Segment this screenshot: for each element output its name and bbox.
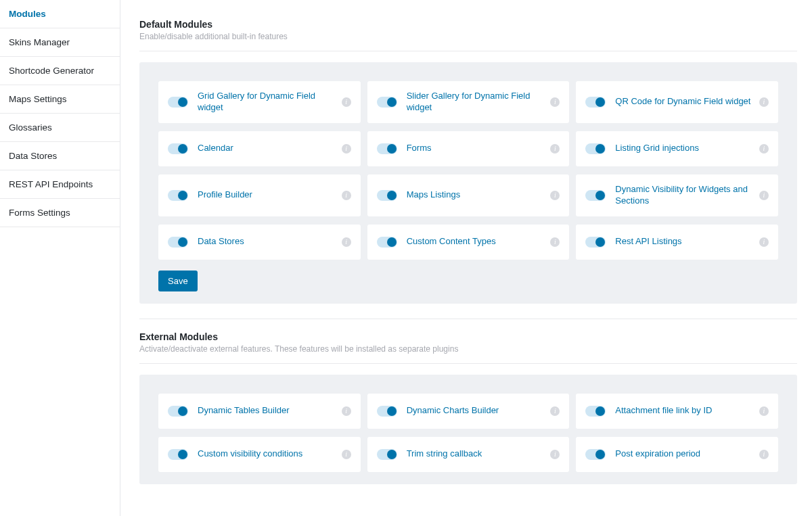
sidebar-item-maps-settings[interactable]: Maps Settings xyxy=(0,85,120,114)
info-icon[interactable]: i xyxy=(342,406,351,416)
sidebar-item-forms-settings[interactable]: Forms Settings xyxy=(0,199,120,227)
sidebar-item-shortcode-generator[interactable]: Shortcode Generator xyxy=(0,57,120,85)
module-card: Dynamic Visibility for Widgets and Secti… xyxy=(576,174,778,216)
main-content: Default Modules Enable/disable additiona… xyxy=(120,0,812,516)
module-card: Trim string callback i xyxy=(367,437,570,472)
module-card: Slider Gallery for Dynamic Field widget … xyxy=(367,81,570,123)
sidebar: Modules Skins Manager Shortcode Generato… xyxy=(0,0,120,516)
module-toggle[interactable] xyxy=(585,237,606,248)
module-card: QR Code for Dynamic Field widget i xyxy=(576,81,778,123)
info-icon[interactable]: i xyxy=(550,237,560,247)
external-modules-panel: Dynamic Tables Builder i Dynamic Charts … xyxy=(139,375,797,484)
module-label: Rest API Listings xyxy=(615,236,759,248)
module-label: Slider Gallery for Dynamic Field widget xyxy=(407,91,551,114)
info-icon[interactable]: i xyxy=(759,144,769,154)
sidebar-item-rest-api-endpoints[interactable]: REST API Endpoints xyxy=(0,170,120,199)
module-label: Listing Grid injections xyxy=(615,143,759,154)
module-toggle[interactable] xyxy=(585,406,606,417)
module-label: Attachment file link by ID xyxy=(615,405,759,417)
module-toggle[interactable] xyxy=(377,97,397,108)
module-label: Custom visibility conditions xyxy=(198,448,342,460)
info-icon[interactable]: i xyxy=(759,97,769,107)
sidebar-item-glossaries[interactable]: Glossaries xyxy=(0,114,120,142)
section-subtitle-default: Enable/disable additional built-in featu… xyxy=(139,32,797,41)
module-toggle[interactable] xyxy=(168,449,188,460)
module-card: Custom Content Types i xyxy=(367,225,570,260)
module-label: Calendar xyxy=(198,143,342,154)
module-toggle[interactable] xyxy=(168,406,188,417)
module-label: Trim string callback xyxy=(407,448,551,460)
section-title-external: External Modules xyxy=(139,331,797,342)
module-label: Forms xyxy=(407,143,551,154)
module-label: Post expiration period xyxy=(615,448,759,460)
module-card: Calendar i xyxy=(158,131,361,166)
module-toggle[interactable] xyxy=(377,406,397,417)
module-toggle[interactable] xyxy=(377,190,397,201)
sidebar-item-data-stores[interactable]: Data Stores xyxy=(0,142,120,170)
module-card: Rest API Listings i xyxy=(576,225,778,260)
module-card: Post expiration period i xyxy=(576,437,778,472)
module-toggle[interactable] xyxy=(585,449,606,460)
info-icon[interactable]: i xyxy=(759,406,769,416)
info-icon[interactable]: i xyxy=(342,191,351,200)
module-toggle[interactable] xyxy=(168,190,188,201)
module-label: Custom Content Types xyxy=(407,236,551,248)
info-icon[interactable]: i xyxy=(550,406,560,416)
info-icon[interactable]: i xyxy=(342,237,351,247)
module-card: Listing Grid injections i xyxy=(576,131,778,166)
info-icon[interactable]: i xyxy=(342,144,351,154)
module-card: Data Stores i xyxy=(158,225,361,260)
external-modules-grid: Dynamic Tables Builder i Dynamic Charts … xyxy=(158,394,778,472)
save-button[interactable]: Save xyxy=(158,271,198,291)
module-toggle[interactable] xyxy=(168,97,188,108)
module-toggle[interactable] xyxy=(585,97,606,108)
sidebar-item-skins-manager[interactable]: Skins Manager xyxy=(0,28,120,57)
section-external-modules: External Modules Activate/deactivate ext… xyxy=(139,331,797,484)
section-default-modules: Default Modules Enable/disable additiona… xyxy=(139,19,797,304)
info-icon[interactable]: i xyxy=(550,97,560,107)
module-label: Maps Listings xyxy=(407,189,551,201)
sidebar-item-modules[interactable]: Modules xyxy=(0,0,120,28)
module-card: Dynamic Tables Builder i xyxy=(158,394,361,429)
module-label: Dynamic Visibility for Widgets and Secti… xyxy=(615,184,759,207)
info-icon[interactable]: i xyxy=(759,237,769,247)
module-label: Dynamic Tables Builder xyxy=(198,405,342,417)
default-modules-panel: Grid Gallery for Dynamic Field widget i … xyxy=(139,62,797,304)
module-toggle[interactable] xyxy=(585,143,606,154)
module-label: QR Code for Dynamic Field widget xyxy=(615,96,759,108)
info-icon[interactable]: i xyxy=(759,450,769,459)
module-label: Data Stores xyxy=(198,236,342,248)
info-icon[interactable]: i xyxy=(342,450,351,459)
module-card: Forms i xyxy=(367,131,570,166)
divider xyxy=(139,51,797,51)
info-icon[interactable]: i xyxy=(550,144,560,154)
module-label: Dynamic Charts Builder xyxy=(407,405,551,417)
divider xyxy=(139,319,797,319)
module-toggle[interactable] xyxy=(377,449,397,460)
module-toggle[interactable] xyxy=(168,237,188,248)
info-icon[interactable]: i xyxy=(550,191,560,200)
module-card: Profile Builder i xyxy=(158,174,361,216)
module-label: Profile Builder xyxy=(198,189,342,201)
module-toggle[interactable] xyxy=(168,143,188,154)
module-toggle[interactable] xyxy=(585,190,606,201)
module-card: Grid Gallery for Dynamic Field widget i xyxy=(158,81,361,123)
module-card: Maps Listings i xyxy=(367,174,570,216)
module-toggle[interactable] xyxy=(377,143,397,154)
info-icon[interactable]: i xyxy=(342,97,351,107)
module-label: Grid Gallery for Dynamic Field widget xyxy=(198,91,342,114)
info-icon[interactable]: i xyxy=(550,450,560,459)
module-card: Dynamic Charts Builder i xyxy=(367,394,570,429)
info-icon[interactable]: i xyxy=(759,191,769,200)
module-toggle[interactable] xyxy=(377,237,397,248)
default-modules-grid: Grid Gallery for Dynamic Field widget i … xyxy=(158,81,778,260)
module-card: Custom visibility conditions i xyxy=(158,437,361,472)
section-subtitle-external: Activate/deactivate external features. T… xyxy=(139,344,797,354)
section-title-default: Default Modules xyxy=(139,19,797,30)
divider xyxy=(139,363,797,364)
module-card: Attachment file link by ID i xyxy=(576,394,778,429)
